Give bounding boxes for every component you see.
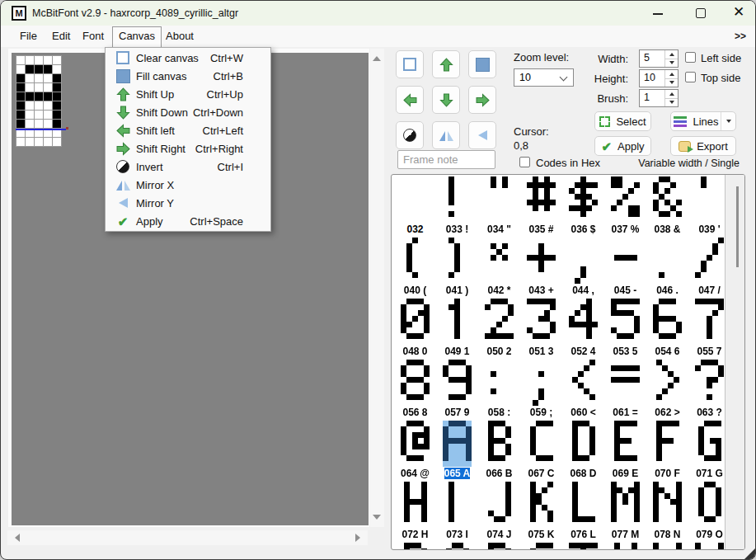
charmap-cell-62[interactable]: 062 > xyxy=(646,360,688,421)
pixel-cell[interactable] xyxy=(53,120,61,128)
pixel-cell[interactable] xyxy=(35,92,43,101)
pixel-cell[interactable] xyxy=(26,83,34,92)
charmap-cell-64[interactable]: 064 @ xyxy=(394,421,436,482)
shift-right-button[interactable] xyxy=(468,86,496,114)
pixel-cell[interactable] xyxy=(16,92,25,101)
charmap-cell-53[interactable]: 053 5 xyxy=(604,299,646,360)
pixel-cell[interactable] xyxy=(44,101,52,110)
pixel-cell[interactable] xyxy=(44,74,52,82)
charmap-cell-72[interactable]: 072 H xyxy=(394,482,436,543)
pixel-cell[interactable] xyxy=(44,138,52,146)
pixel-cell[interactable] xyxy=(16,120,25,128)
pixel-cell[interactable] xyxy=(26,138,34,146)
pixel-editor-grid[interactable] xyxy=(16,55,62,147)
mirror-x-button[interactable] xyxy=(432,121,460,149)
pixel-cell[interactable] xyxy=(26,101,34,110)
menu-item-shift-down[interactable]: Shift DownCtrl+Down xyxy=(106,103,270,121)
pixel-cell[interactable] xyxy=(35,120,43,128)
charmap-cell-43[interactable]: 043 + xyxy=(520,238,562,299)
charmap-cell-80[interactable] xyxy=(394,543,436,550)
menu-about[interactable]: About xyxy=(160,26,200,46)
menu-item-fill-canvas[interactable]: Fill canvasCtrl+B xyxy=(106,67,270,85)
canvas-vertical-scrollbar[interactable] xyxy=(370,49,384,527)
clear-canvas-button[interactable] xyxy=(396,50,424,78)
charmap-cell-58[interactable]: 058 : xyxy=(478,360,520,421)
charmap-cell-70[interactable]: 070 F xyxy=(646,421,688,482)
charmap-cell-33[interactable]: 033 ! xyxy=(436,176,478,238)
charmap-cell-54[interactable]: 054 6 xyxy=(646,299,688,360)
charmap-cell-75[interactable]: 075 K xyxy=(520,482,562,543)
charmap-cell-78[interactable]: 078 N xyxy=(646,482,688,543)
close-button[interactable]: ✕ xyxy=(730,1,747,26)
pixel-cell[interactable] xyxy=(44,120,52,128)
invert-button[interactable] xyxy=(396,121,424,149)
pixel-cell[interactable] xyxy=(16,138,25,146)
pixel-cell[interactable] xyxy=(35,101,43,110)
charmap-cell-73[interactable]: 073 I xyxy=(436,482,478,543)
codes-in-hex-checkbox[interactable] xyxy=(519,157,530,167)
lines-button[interactable]: Lines xyxy=(670,111,736,131)
pixel-cell[interactable] xyxy=(16,56,25,64)
pixel-cell[interactable] xyxy=(44,83,52,92)
scroll-left-icon[interactable] xyxy=(15,534,20,542)
charmap-cell-48[interactable]: 048 0 xyxy=(394,299,436,360)
menu-item-shift-left[interactable]: Shift leftCtrl+Left xyxy=(106,121,270,139)
charmap-cell-85[interactable] xyxy=(604,543,646,550)
charmap-cell-86[interactable] xyxy=(646,543,688,550)
zoom-level-select[interactable]: 10 xyxy=(514,68,574,87)
menu-item-mirror-y[interactable]: Mirror Y xyxy=(106,194,270,212)
menu-canvas[interactable]: Canvas xyxy=(112,26,162,48)
menu-overflow-chevron[interactable]: >> xyxy=(735,26,746,46)
charmap-cell-36[interactable]: 036 $ xyxy=(562,176,604,238)
canvas-horizontal-scrollbar[interactable] xyxy=(7,530,368,545)
menu-item-apply[interactable]: ✔ApplyCtrl+Space xyxy=(106,212,270,230)
shift-left-button[interactable] xyxy=(396,86,424,114)
charmap-cell-42[interactable]: 042 * xyxy=(478,238,520,299)
top-side-checkbox[interactable] xyxy=(685,72,696,82)
pixel-cell[interactable] xyxy=(35,56,43,64)
height-down-icon[interactable] xyxy=(665,78,678,87)
minimize-button[interactable] xyxy=(653,13,663,15)
charmap-cell-32[interactable]: 032 xyxy=(394,176,436,238)
pixel-cell[interactable] xyxy=(16,74,25,82)
scroll-down-icon[interactable] xyxy=(373,515,381,520)
menu-item-clear-canvas[interactable]: Clear canvasCtrl+W xyxy=(106,49,270,67)
charmap-cell-81[interactable] xyxy=(436,543,478,550)
mirror-y-button[interactable] xyxy=(468,121,496,149)
pixel-cell[interactable] xyxy=(53,74,61,82)
charmap-cell-68[interactable]: 068 D xyxy=(562,421,604,482)
charmap-cell-65[interactable]: 065 A xyxy=(436,421,478,482)
charmap-cell-45[interactable]: 045 - xyxy=(604,238,646,299)
maximize-button[interactable] xyxy=(696,8,706,18)
charmap-cell-59[interactable]: 059 ; xyxy=(520,360,562,421)
charmap-cell-37[interactable]: 037 % xyxy=(604,176,646,238)
pixel-cell[interactable] xyxy=(44,111,52,119)
charmap-cell-74[interactable]: 074 J xyxy=(478,482,520,543)
width-down-icon[interactable] xyxy=(665,59,678,68)
charmap-cell-51[interactable]: 051 3 xyxy=(520,299,562,360)
charmap-cell-57[interactable]: 057 9 xyxy=(436,360,478,421)
pixel-cell[interactable] xyxy=(35,138,43,146)
pixel-cell[interactable] xyxy=(53,83,61,92)
charmap-cell-77[interactable]: 077 M xyxy=(604,482,646,543)
charmap-scrollbar-thumb[interactable] xyxy=(736,186,739,267)
charmap-cell-82[interactable] xyxy=(478,543,520,550)
pixel-cell[interactable] xyxy=(26,120,34,128)
pixel-cell[interactable] xyxy=(16,111,25,119)
charmap-cell-40[interactable]: 040 ( xyxy=(394,238,436,299)
pixel-cell[interactable] xyxy=(53,101,61,110)
pixel-cell[interactable] xyxy=(53,138,61,146)
pixel-cell[interactable] xyxy=(53,111,61,119)
pixel-cell[interactable] xyxy=(26,65,34,73)
charmap-cell-56[interactable]: 056 8 xyxy=(394,360,436,421)
shift-up-button[interactable] xyxy=(432,50,460,78)
charmap-cell-38[interactable]: 038 & xyxy=(646,176,688,238)
menu-item-mirror-x[interactable]: Mirror X xyxy=(106,176,270,194)
charmap-cell-44[interactable]: 044 , xyxy=(562,238,604,299)
fill-canvas-button[interactable] xyxy=(468,50,496,78)
pixel-cell[interactable] xyxy=(26,56,34,64)
pixel-cell[interactable] xyxy=(53,92,61,101)
pixel-cell[interactable] xyxy=(53,56,61,64)
charmap-scrollbar[interactable] xyxy=(725,175,744,549)
pixel-cell[interactable] xyxy=(35,111,43,119)
